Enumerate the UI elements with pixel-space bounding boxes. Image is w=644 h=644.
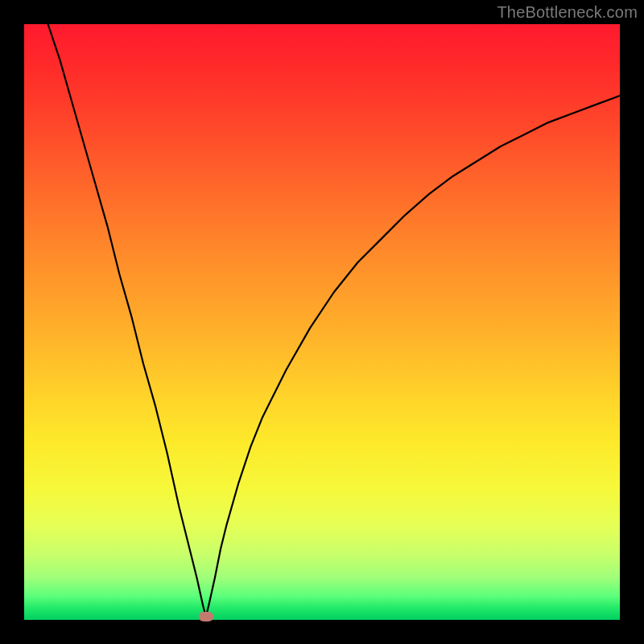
minimum-marker	[199, 612, 213, 621]
bottleneck-curve	[48, 24, 620, 617]
plot-area	[24, 24, 620, 620]
curve-svg	[24, 24, 620, 620]
watermark-text: TheBottleneck.com	[497, 3, 638, 22]
chart-frame: TheBottleneck.com	[0, 0, 644, 644]
